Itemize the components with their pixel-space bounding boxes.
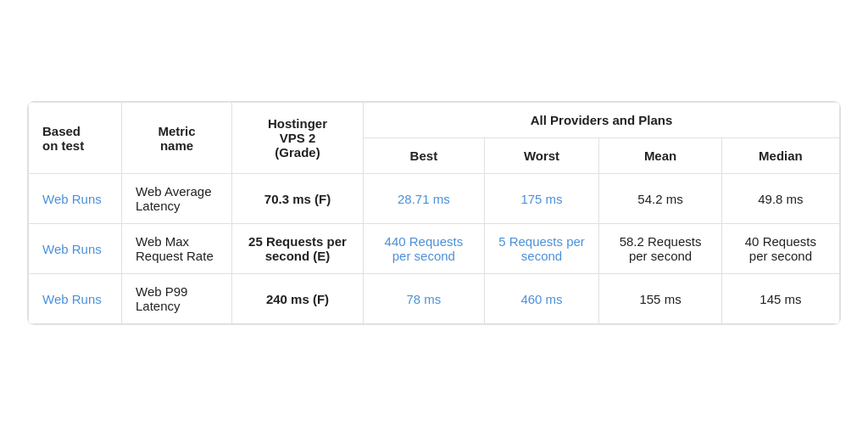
cell-best[interactable]: 440 Requests per second	[364, 224, 485, 274]
cell-metric-name: Web Max Request Rate	[122, 224, 232, 274]
cell-mean: 58.2 Requests per second	[599, 224, 722, 274]
cell-based-on-test[interactable]: Web Runs	[29, 274, 122, 324]
header-based-on-test: Based on test	[29, 103, 122, 174]
cell-metric-name: Web P99 Latency	[122, 274, 232, 324]
web-runs-link[interactable]: Web Runs	[42, 242, 102, 256]
header-best: Best	[364, 138, 485, 174]
header-median: Median	[721, 138, 839, 174]
web-runs-link[interactable]: Web Runs	[42, 292, 102, 306]
best-link[interactable]: 28.71 ms	[398, 192, 450, 206]
header-metric-name: Metric name	[122, 103, 232, 174]
cell-hostinger-value: 25 Requests per second (E)	[232, 224, 364, 274]
header-hostinger: Hostinger VPS 2 (Grade)	[232, 103, 364, 174]
cell-based-on-test[interactable]: Web Runs	[29, 174, 122, 224]
cell-median: 40 Requests per second	[721, 224, 839, 274]
cell-mean: 54.2 ms	[599, 174, 722, 224]
cell-mean: 155 ms	[599, 274, 722, 324]
cell-worst[interactable]: 175 ms	[484, 174, 599, 224]
header-mean: Mean	[599, 138, 722, 174]
header-all-providers: All Providers and Plans	[364, 103, 840, 138]
worst-link[interactable]: 175 ms	[520, 192, 562, 206]
table-row: Web RunsWeb Average Latency70.3 ms (F)28…	[29, 174, 840, 224]
best-link[interactable]: 78 ms	[406, 292, 441, 306]
cell-best[interactable]: 28.71 ms	[364, 174, 485, 224]
worst-link[interactable]: 5 Requests per second	[498, 234, 585, 263]
comparison-table: Based on test Metric name Hostinger VPS …	[27, 101, 841, 325]
web-runs-link[interactable]: Web Runs	[42, 192, 102, 206]
worst-link[interactable]: 460 ms	[520, 292, 562, 306]
table-row: Web RunsWeb P99 Latency240 ms (F)78 ms46…	[29, 274, 840, 324]
cell-worst[interactable]: 5 Requests per second	[484, 224, 599, 274]
table-row: Web RunsWeb Max Request Rate25 Requests …	[29, 224, 840, 274]
cell-median: 145 ms	[721, 274, 839, 324]
cell-best[interactable]: 78 ms	[364, 274, 485, 324]
best-link[interactable]: 440 Requests per second	[385, 234, 464, 263]
cell-metric-name: Web Average Latency	[122, 174, 232, 224]
cell-hostinger-value: 240 ms (F)	[232, 274, 364, 324]
cell-median: 49.8 ms	[721, 174, 839, 224]
cell-based-on-test[interactable]: Web Runs	[29, 224, 122, 274]
cell-hostinger-value: 70.3 ms (F)	[232, 174, 364, 224]
cell-worst[interactable]: 460 ms	[484, 274, 599, 324]
header-worst: Worst	[484, 138, 599, 174]
